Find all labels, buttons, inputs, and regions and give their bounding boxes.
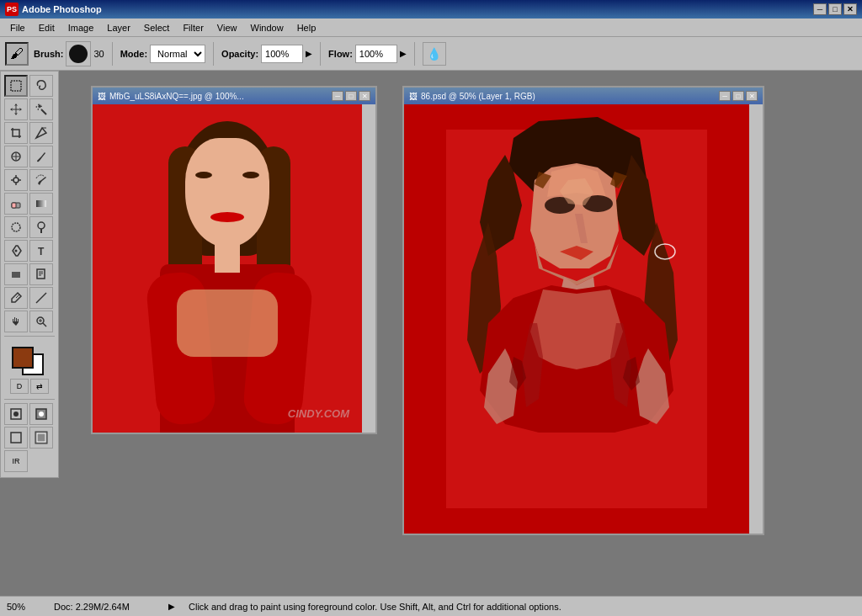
svg-rect-17 <box>12 272 20 278</box>
tool-jump-imageready[interactable]: IR <box>4 450 28 472</box>
tool-eraser[interactable] <box>4 193 28 215</box>
brush-preview[interactable] <box>66 41 91 66</box>
tool-heal[interactable] <box>4 146 28 167</box>
airbrush-button[interactable]: 💧 <box>423 42 446 66</box>
separator4 <box>414 42 415 66</box>
menu-bar: File Edit Image Layer Select Filter View… <box>0 19 862 37</box>
tool-zoom[interactable] <box>29 311 53 332</box>
menu-file[interactable]: File <box>3 21 32 35</box>
reset-colors-button[interactable]: D <box>10 379 29 394</box>
swap-colors-button[interactable]: ⇄ <box>30 379 49 394</box>
tool-hand[interactable] <box>4 311 28 332</box>
brush-label: Brush: <box>34 49 63 59</box>
divider2 <box>4 399 55 400</box>
tool-lasso[interactable] <box>29 75 53 97</box>
tool-gradient[interactable] <box>29 193 53 215</box>
doc2-controls: ─ □ ✕ <box>719 91 758 101</box>
tools-row-extras: IR <box>4 450 55 472</box>
doc1-minimize[interactable]: ─ <box>332 91 343 101</box>
separator3 <box>320 42 321 66</box>
svg-line-27 <box>43 323 46 327</box>
window-controls: ─ □ ✕ <box>813 3 857 15</box>
tool-eyedropper[interactable] <box>4 287 28 309</box>
tool-quick-mask-on[interactable] <box>29 403 53 425</box>
status-hint: Click and drag to paint using foreground… <box>189 602 855 612</box>
tool-dodge[interactable] <box>29 216 53 238</box>
tools-row-4 <box>4 146 55 167</box>
svg-line-25 <box>45 293 46 295</box>
minimize-button[interactable]: ─ <box>813 3 827 15</box>
doc1-close[interactable]: ✕ <box>359 91 370 101</box>
app-title: Adobe Photoshop <box>22 4 102 14</box>
tool-move[interactable] <box>4 98 28 120</box>
svg-point-12 <box>12 223 20 231</box>
menu-window[interactable]: Window <box>244 21 290 35</box>
doc2-canvas[interactable] <box>404 104 749 534</box>
tool-notes[interactable] <box>29 263 53 285</box>
doc2-titlebar: 🖼 86.psd @ 50% (Layer 1, RGB) ─ □ ✕ <box>404 88 763 104</box>
tool-magic-wand[interactable] <box>29 98 53 120</box>
tool-brush[interactable] <box>29 146 53 167</box>
flow-value[interactable]: 100% <box>355 45 397 63</box>
doc1-maximize[interactable]: □ <box>345 91 357 101</box>
document-1-window: 🖼 MfbG_uLS8iAxNQ==.jpg @ 100%... ─ □ ✕ <box>91 86 377 434</box>
opacity-value[interactable]: 100% <box>261 45 303 63</box>
svg-line-22 <box>16 295 19 298</box>
menu-image[interactable]: Image <box>61 21 101 35</box>
doc2-maximize[interactable]: □ <box>732 91 744 101</box>
tool-measure[interactable] <box>29 287 53 309</box>
doc2-minimize[interactable]: ─ <box>719 91 731 101</box>
document-info: Doc: 2.29M/2.64M <box>54 602 155 612</box>
opacity-arrow[interactable]: ▶ <box>306 49 312 58</box>
divider <box>4 336 55 337</box>
brush-tool-button[interactable]: 🖌 <box>5 42 29 66</box>
zoom-level: 50% <box>7 602 40 612</box>
svg-rect-0 <box>11 81 21 91</box>
menu-view[interactable]: View <box>210 21 244 35</box>
main-area: 🖼 MfbG_uLS8iAxNQ==.jpg @ 100%... ─ □ ✕ <box>59 71 862 596</box>
tool-history-brush[interactable] <box>29 169 53 191</box>
tool-marquee-rect[interactable] <box>4 75 28 97</box>
tool-quick-mask-off[interactable] <box>4 403 28 425</box>
menu-edit[interactable]: Edit <box>32 21 61 35</box>
doc1-controls: ─ □ ✕ <box>332 91 370 101</box>
tools-row-2 <box>4 98 55 120</box>
foreground-color-swatch[interactable] <box>12 347 34 369</box>
tool-full-screen-menu[interactable] <box>29 427 53 449</box>
tools-row-7 <box>4 216 55 238</box>
svg-line-24 <box>36 301 38 303</box>
doc1-watermark: CINDY.COM <box>288 407 349 420</box>
restore-button[interactable]: □ <box>828 3 842 15</box>
menu-filter[interactable]: Filter <box>176 21 210 35</box>
tools-row-1 <box>4 75 55 97</box>
tools-row-6 <box>4 193 55 215</box>
menu-select[interactable]: Select <box>137 21 177 35</box>
opacity-group: Opacity: 100% ▶ <box>221 45 312 63</box>
flow-arrow[interactable]: ▶ <box>400 49 407 58</box>
tool-pen[interactable] <box>4 240 28 262</box>
tool-clone[interactable] <box>4 169 28 191</box>
tools-row-11 <box>4 311 55 332</box>
tool-standard-screen[interactable] <box>4 427 28 449</box>
tools-row-screen <box>4 427 55 449</box>
status-arrow-icon: ▶ <box>168 602 175 611</box>
doc2-close[interactable]: ✕ <box>746 91 758 101</box>
tool-blur[interactable] <box>4 216 28 238</box>
tool-slice[interactable] <box>29 122 53 144</box>
menu-help[interactable]: Help <box>290 21 323 35</box>
mode-group: Mode: Normal <box>120 45 205 63</box>
close-button[interactable]: ✕ <box>843 3 857 15</box>
doc1-canvas[interactable]: CINDY.COM <box>93 104 362 433</box>
separator <box>112 42 113 66</box>
svg-point-13 <box>38 222 45 229</box>
svg-rect-11 <box>36 200 46 207</box>
tool-crop[interactable] <box>4 122 28 144</box>
tool-shape[interactable] <box>4 263 28 285</box>
tool-type[interactable]: T <box>29 240 53 262</box>
status-bar: 50% Doc: 2.29M/2.64M ▶ Click and drag to… <box>0 596 862 616</box>
flow-label: Flow: <box>328 49 353 59</box>
svg-marker-54 <box>530 289 623 369</box>
menu-layer[interactable]: Layer <box>100 21 137 35</box>
brush-size: 30 <box>93 49 104 59</box>
mode-select[interactable]: Normal <box>150 45 205 63</box>
